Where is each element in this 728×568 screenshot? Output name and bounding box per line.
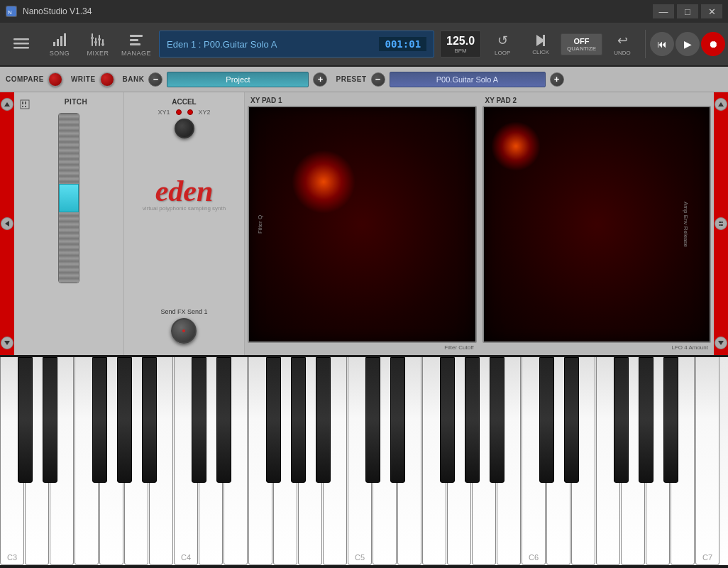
bank-display[interactable]: Project bbox=[167, 72, 309, 87]
song-position-text: Eden 1 : P00.Guitar Solo A bbox=[167, 39, 277, 50]
play-icon: ▶ bbox=[684, 38, 692, 50]
xy-pad-2[interactable]: Amp Env Release bbox=[482, 106, 712, 343]
song-position-display[interactable]: Eden 1 : P00.Guitar Solo A 001:01 bbox=[159, 31, 434, 58]
svg-rect-5 bbox=[53, 42, 55, 46]
quantize-button[interactable]: OFF QUANTIZE bbox=[561, 33, 602, 55]
compare-label: COMPARE bbox=[6, 75, 44, 83]
black-key[interactable] bbox=[291, 357, 306, 483]
pitch-slider-thumb bbox=[59, 184, 79, 212]
app-icon: N bbox=[6, 6, 17, 17]
title-bar: N NanoStudio V1.34 — □ ✕ bbox=[0, 0, 728, 23]
quantize-value: OFF bbox=[574, 37, 590, 45]
svg-rect-19 bbox=[130, 43, 140, 45]
black-key[interactable] bbox=[490, 357, 504, 483]
svg-marker-30 bbox=[718, 102, 724, 106]
play-button[interactable]: ▶ bbox=[675, 32, 700, 56]
bpm-display[interactable]: 125.0 BPM bbox=[440, 31, 481, 58]
piano-section: C3C4C5C6C7 bbox=[0, 355, 728, 565]
bpm-value: 125.0 bbox=[446, 35, 475, 48]
nav-right-down-arrow[interactable] bbox=[715, 337, 727, 349]
loop-button[interactable]: ↺ LOOP bbox=[484, 25, 521, 63]
black-key[interactable] bbox=[539, 357, 554, 483]
maximize-button[interactable]: □ bbox=[677, 4, 698, 18]
svg-rect-27 bbox=[25, 102, 26, 104]
bank-plus-button[interactable]: + bbox=[313, 72, 327, 87]
svg-marker-35 bbox=[718, 341, 724, 345]
pitch-slider[interactable] bbox=[58, 113, 79, 283]
send-fx-knob[interactable] bbox=[171, 318, 197, 344]
note-c-label: C7 bbox=[696, 553, 719, 562]
black-key[interactable] bbox=[663, 357, 678, 483]
black-key[interactable] bbox=[614, 357, 629, 483]
black-key[interactable] bbox=[92, 357, 107, 483]
manage-button[interactable]: MANAGE bbox=[118, 25, 155, 63]
nav-up-arrow[interactable] bbox=[1, 98, 13, 111]
xy-pad-2-section: XY PAD 2 Amp Env Release LFO 4 Amount bbox=[480, 92, 715, 355]
skip-back-button[interactable]: ⏮ bbox=[650, 32, 674, 56]
record-button[interactable]: ⏺ bbox=[701, 32, 725, 56]
send-fx-label: Send FX Send 1 bbox=[160, 308, 207, 315]
compare-button[interactable] bbox=[48, 72, 62, 87]
instrument-panel: PITCH ACCEL XY1 XY2 eden virtual polypho… bbox=[0, 92, 728, 355]
svg-rect-14 bbox=[94, 41, 97, 43]
piano-keyboard[interactable]: C3C4C5C6C7 bbox=[0, 357, 728, 565]
preset-group: PRESET − P00.Guitar Solo A + bbox=[336, 72, 563, 87]
minimize-button[interactable]: — bbox=[653, 4, 674, 18]
nav-settings-icon[interactable] bbox=[715, 217, 727, 230]
svg-marker-23 bbox=[5, 221, 9, 226]
nav-down-arrow[interactable] bbox=[1, 337, 13, 349]
song-button[interactable]: SonG bbox=[41, 25, 78, 63]
black-key[interactable] bbox=[316, 357, 331, 483]
svg-rect-29 bbox=[25, 106, 26, 107]
black-key[interactable] bbox=[142, 357, 157, 483]
click-label: CLICK bbox=[532, 49, 549, 55]
preset-plus-button[interactable]: + bbox=[550, 72, 564, 87]
eden-logo: eden virtual polyphonic sampling synth bbox=[143, 174, 226, 212]
svg-rect-15 bbox=[98, 38, 101, 40]
undo-button[interactable]: ↩ UNDO bbox=[604, 25, 641, 63]
black-key[interactable] bbox=[216, 357, 231, 483]
note-c-label: C6 bbox=[522, 553, 545, 562]
main-toolbar: SonG MIXER MANAGE Eden 1 : P00.Guitar So… bbox=[0, 23, 728, 67]
close-button[interactable]: ✕ bbox=[701, 4, 722, 18]
piano-roll-icon[interactable] bbox=[20, 99, 30, 112]
svg-rect-26 bbox=[22, 102, 23, 104]
bank-minus-button[interactable]: − bbox=[148, 72, 162, 87]
svg-marker-22 bbox=[4, 102, 10, 106]
write-button[interactable] bbox=[100, 72, 114, 87]
mixer-button[interactable]: MIXER bbox=[79, 25, 116, 63]
accel-knob[interactable] bbox=[175, 119, 194, 138]
black-key[interactable] bbox=[465, 357, 480, 483]
nav-left-arrow[interactable] bbox=[1, 217, 13, 230]
preset-minus-button[interactable]: − bbox=[371, 72, 385, 87]
accel-xy-controls: XY1 XY2 bbox=[158, 109, 210, 116]
svg-rect-18 bbox=[130, 39, 138, 41]
svg-rect-2 bbox=[13, 38, 29, 40]
menu-button[interactable] bbox=[3, 25, 40, 63]
black-key[interactable] bbox=[192, 357, 206, 483]
bank-group: BANK − Project + bbox=[123, 72, 328, 87]
black-key[interactable] bbox=[365, 357, 380, 483]
black-key[interactable] bbox=[564, 357, 579, 483]
white-key[interactable]: C7 bbox=[695, 355, 719, 565]
black-key[interactable] bbox=[117, 357, 132, 483]
xy-pad-2-label: XY PAD 2 bbox=[482, 95, 712, 106]
controls-row: COMPARE WRITE BANK − Project + PRESET − … bbox=[0, 67, 728, 92]
right-nav bbox=[714, 92, 728, 355]
black-key[interactable] bbox=[390, 357, 405, 483]
black-key[interactable] bbox=[440, 357, 455, 483]
click-button[interactable]: CLICK bbox=[522, 25, 559, 63]
black-key[interactable] bbox=[18, 357, 33, 483]
svg-rect-8 bbox=[64, 33, 66, 46]
nav-right-up-arrow[interactable] bbox=[715, 98, 727, 111]
accel-label: ACCEL bbox=[172, 98, 196, 106]
black-key[interactable] bbox=[639, 357, 653, 483]
xy-pad-1-label: XY PAD 1 bbox=[248, 95, 477, 106]
black-key[interactable] bbox=[43, 357, 57, 483]
preset-display[interactable]: P00.Guitar Solo A bbox=[390, 72, 546, 87]
record-icon: ⏺ bbox=[708, 38, 718, 50]
mixer-label: MIXER bbox=[87, 50, 109, 57]
xy-pad-2-glow bbox=[491, 121, 541, 171]
xy-pad-1[interactable]: Filter Q bbox=[248, 106, 477, 343]
black-key[interactable] bbox=[266, 357, 281, 483]
